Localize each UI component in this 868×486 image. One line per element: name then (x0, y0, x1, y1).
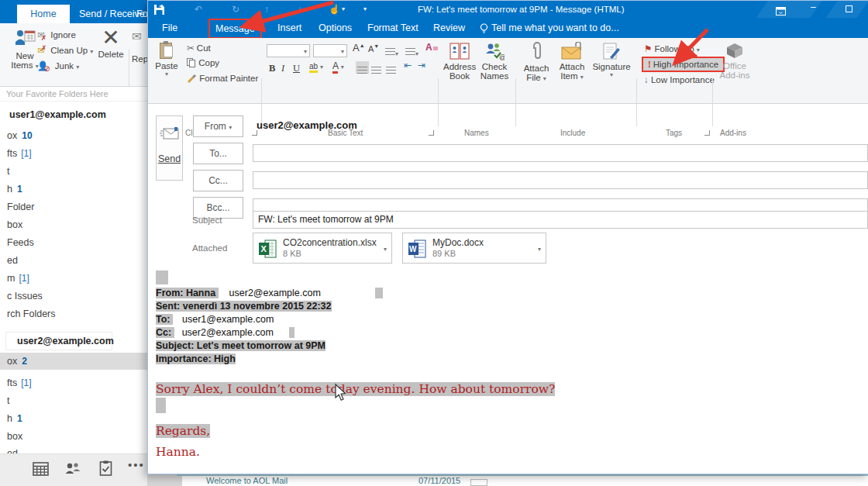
basic-text-dialog-launcher-icon[interactable] (429, 130, 434, 136)
tab-message[interactable]: Message (208, 19, 262, 39)
attachment-dropdown-icon[interactable]: ▾ (384, 246, 387, 253)
reply-button[interactable]: ✉ Rep (132, 29, 149, 64)
more-nav-icon[interactable]: ••• (128, 458, 145, 471)
to-field[interactable] (253, 144, 868, 162)
delete-button[interactable]: ✕ Delete (95, 26, 127, 59)
junk-button[interactable]: 👤⊘Junk ▾ (37, 60, 79, 71)
folder-outbox-user1[interactable]: box (0, 216, 147, 233)
tab-send-receive[interactable]: Send / Receive (79, 5, 145, 23)
clear-formatting-icon[interactable]: A (425, 42, 438, 53)
font-color-button[interactable]: A ▾ (332, 60, 344, 71)
to-button[interactable]: To... (193, 143, 243, 164)
clean-up-button[interactable]: ✉✗Clean Up ▾ (37, 45, 93, 56)
attach-item-button[interactable]: Attach Item ▾ (556, 42, 588, 81)
folder-sent-user2[interactable]: t (0, 392, 147, 409)
folder-inbox-user1[interactable]: ox10 (0, 127, 147, 144)
maximize-icon[interactable] (846, 5, 852, 12)
font-family-select[interactable]: ▾ (267, 44, 310, 57)
minimize-icon[interactable]: – (811, 1, 816, 16)
folder-saved[interactable]: ed (0, 252, 147, 269)
send-button[interactable]: Send (156, 115, 183, 181)
folder-drafts-user1[interactable]: fts[1] (0, 145, 147, 162)
subject-field[interactable]: FW: Let's meet tomorrow at 9PM (253, 211, 868, 229)
clipboard-dialog-launcher-icon[interactable] (252, 130, 257, 136)
folder-drafts-user2[interactable]: fts[1] (0, 374, 147, 391)
high-importance-button[interactable]: ! High Importance (642, 57, 725, 72)
align-center-button[interactable] (371, 64, 381, 78)
dropdown-caret-icon: ▾ (304, 48, 307, 55)
attach-file-button[interactable]: Attach File ▾ (520, 42, 553, 82)
folder-spam[interactable]: m[1] (0, 270, 147, 287)
tab-insert[interactable]: Insert (277, 19, 301, 36)
align-left-button[interactable] (356, 61, 369, 74)
numbering-button[interactable]: ▾ (405, 45, 418, 59)
body-cc-email: user2@example.com (174, 327, 289, 338)
paste-button[interactable]: Paste ▾ (153, 41, 180, 78)
align-right-button[interactable] (386, 64, 396, 78)
people-nav-icon[interactable] (64, 462, 81, 478)
signature-button[interactable]: Signature ▾ (591, 42, 632, 78)
shrink-font-button[interactable]: A▼ (368, 43, 379, 53)
check-names-button[interactable]: @ Check Names (478, 42, 511, 81)
touch-mode-icon[interactable]: ☝ (329, 1, 340, 18)
account-header-user2[interactable]: user2@example.com (6, 333, 112, 350)
tab-format-text[interactable]: Format Text (367, 19, 418, 36)
decrease-indent-icon[interactable]: ⇤ (404, 60, 412, 71)
attachment-dropdown-icon[interactable]: ▾ (538, 246, 541, 253)
list-item-subject[interactable]: Welcome to AOL Mail (206, 476, 288, 485)
dropdown-caret-icon[interactable]: ▾ (342, 1, 345, 18)
dropdown-caret-icon: ▾ (341, 48, 344, 55)
folder-sync-issues[interactable]: c Issues (0, 288, 147, 305)
bullets-button[interactable]: ▾ (385, 45, 398, 59)
folder-trash-user1[interactable]: h1 (0, 181, 147, 198)
copy-icon (187, 58, 196, 67)
tasks-nav-icon[interactable] (99, 460, 112, 479)
qat-overflow-icon[interactable]: ▾ (363, 1, 367, 18)
address-book-button[interactable]: Address Book (443, 42, 476, 81)
low-importance-icon: ↓ (644, 75, 651, 84)
low-importance-button[interactable]: ↓ Low Importance (644, 75, 715, 84)
format-painter-button[interactable]: Format Painter (187, 74, 258, 83)
copy-button[interactable]: Copy (187, 58, 219, 67)
increase-indent-icon[interactable]: ⇥ (418, 60, 425, 71)
folder-outbox-user2[interactable]: box (0, 428, 147, 445)
folder-sent-user1[interactable]: t (0, 163, 147, 180)
grow-font-button[interactable]: A▲ (353, 42, 365, 53)
cut-button[interactable]: ✂ Cut (187, 43, 211, 53)
tell-me-box[interactable]: Tell me what you want to do... (491, 19, 619, 36)
tags-dialog-launcher-icon[interactable] (704, 130, 710, 136)
account-header-user1[interactable]: user1@example.com (9, 109, 106, 120)
cc-button[interactable]: Cc... (193, 170, 243, 191)
folder-search-folders[interactable]: rch Folders (0, 305, 147, 322)
office-addins-button[interactable]: Office Add-ins (717, 43, 753, 80)
list-item-checkbox[interactable] (470, 479, 487, 486)
ignore-button[interactable]: ✉✗Ignore (37, 29, 76, 40)
bold-button[interactable]: B (269, 63, 275, 74)
tab-review[interactable]: Review (433, 19, 465, 36)
italic-button[interactable]: I (281, 63, 284, 74)
message-body-editor[interactable]: From: Hanna user2@example.com Sent: vene… (148, 267, 868, 474)
folder-rss-feeds[interactable]: Feeds (0, 234, 147, 251)
attachment-chip-xlsx[interactable]: X CO2concentration.xlsx 8 KB ▾ (253, 233, 392, 264)
attachment-chip-docx[interactable]: W MyDoc.docx 89 KB ▾ (402, 233, 546, 264)
font-size-select[interactable]: ▾ (313, 44, 347, 57)
redo-icon[interactable]: ↻ (232, 1, 239, 18)
folder-trash-user2[interactable]: h1 (0, 410, 147, 427)
save-icon[interactable] (154, 3, 164, 18)
folder-generic[interactable]: Folder (0, 198, 147, 215)
highlight-color-button[interactable]: ab ▾ (309, 62, 323, 71)
undo-icon[interactable]: ↶ (195, 1, 202, 18)
favorites-bar[interactable]: Your Favorite Folders Here (0, 87, 147, 102)
send-receive-down-icon[interactable]: ↓ (298, 1, 302, 18)
folder-inbox-user2-selected[interactable]: ox2 (0, 353, 147, 370)
tab-home[interactable]: Home (17, 5, 70, 23)
follow-up-button[interactable]: ⚑ Follow Up ▾ (644, 43, 700, 54)
tab-options[interactable]: Options (319, 19, 352, 36)
cc-field[interactable] (253, 171, 868, 189)
from-button[interactable]: From ▾ (193, 115, 243, 137)
calendar-nav-icon[interactable] (33, 461, 49, 479)
tab-file[interactable]: File (162, 19, 177, 36)
send-receive-up-icon[interactable]: ↑ (264, 1, 269, 18)
ribbon-display-options-icon[interactable] (776, 5, 786, 18)
underline-button[interactable]: U (293, 63, 300, 74)
